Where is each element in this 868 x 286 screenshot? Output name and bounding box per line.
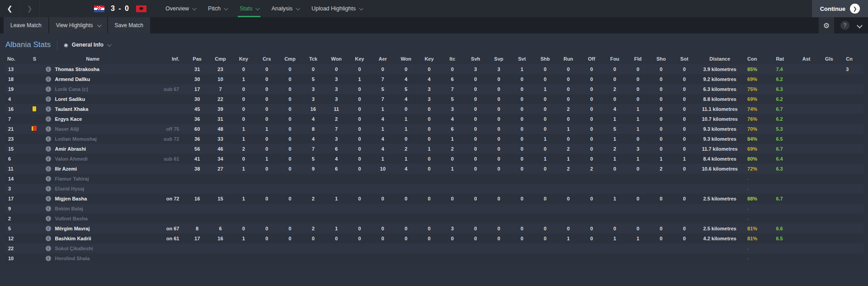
column-header-sho[interactable]: Sho — [650, 53, 673, 64]
column-header-sot[interactable]: Sot — [673, 53, 696, 64]
info-icon[interactable]: i — [46, 256, 51, 261]
view-selector[interactable]: ◉ General Info — [64, 42, 110, 48]
info-icon[interactable]: i — [46, 76, 51, 82]
view-highlights-button[interactable]: View Highlights — [49, 17, 107, 33]
player-name[interactable]: Valon Ahmedi — [55, 156, 88, 162]
player-name[interactable]: Ilir Azemi — [55, 166, 77, 172]
table-row[interactable]: 9iBekim Balaj- — [5, 204, 863, 214]
table-row[interactable]: 22iSokol Çikalleshi- — [5, 243, 863, 253]
continue-button[interactable]: Continue ❯ — [812, 0, 868, 17]
back-button[interactable]: ❮ — [0, 0, 20, 17]
column-header-fld[interactable]: Fld — [626, 53, 649, 64]
column-header-shb[interactable]: Shb — [533, 53, 557, 64]
column-header-off[interactable]: Off — [580, 53, 603, 64]
info-icon[interactable]: i — [46, 206, 51, 211]
info-icon[interactable]: i — [46, 136, 51, 142]
table-row[interactable]: 5iMërgim Mavrajon 6786000210000300000000… — [5, 224, 863, 234]
player-name[interactable]: Migjen Basha — [55, 196, 87, 201]
player-name[interactable]: Thomas Strakosha — [55, 67, 99, 72]
leave-match-button[interactable]: Leave Match — [4, 17, 48, 33]
table-row[interactable]: 13iThomas Strakosha312300000000003310000… — [5, 64, 863, 74]
info-icon[interactable]: i — [46, 106, 51, 112]
table-row[interactable]: 21iNaser Alijioff 7560481108701106000010… — [5, 124, 863, 134]
table-row[interactable]: 11iIlir Azemi382710096010401000022002010… — [5, 164, 863, 174]
column-header-key[interactable]: Key — [232, 53, 255, 64]
column-header-svh[interactable]: Svh — [464, 53, 487, 64]
info-icon[interactable]: i — [46, 246, 51, 251]
player-name[interactable]: Lorik Cana (c) — [55, 86, 88, 92]
column-header-key2[interactable]: Key — [348, 53, 371, 64]
table-row[interactable]: 7iErgys Kace36310004204104000000110010.7… — [5, 114, 863, 124]
help-icon[interactable]: ? — [840, 21, 849, 30]
column-header-itc[interactable]: Itc — [441, 53, 464, 64]
table-row[interactable]: 18iArmend Dallku301010053174460000000000… — [5, 74, 863, 84]
table-row[interactable]: 16iTaulant Xhaka453900016110100300002041… — [5, 104, 863, 114]
column-header-aer[interactable]: Aer — [371, 53, 394, 64]
player-name[interactable]: Amir Abrashi — [55, 146, 86, 152]
nav-item-upload-highlights[interactable]: Upload Highlights — [305, 0, 368, 17]
player-name[interactable]: Armend Dallku — [55, 76, 90, 82]
player-name[interactable]: Ledian Memushaj — [55, 136, 97, 142]
info-icon[interactable]: i — [46, 186, 51, 191]
player-name[interactable]: Flamur Tahiraj — [55, 176, 89, 181]
table-row[interactable]: 4iLoret Sadiku3022000330743500000000008.… — [5, 94, 863, 104]
table-row[interactable]: 12iBashkim Kadriion 61171610000000000000… — [5, 234, 863, 243]
info-icon[interactable]: i — [46, 67, 51, 72]
info-icon[interactable]: i — [46, 86, 51, 92]
table-row[interactable]: 17iMigjen Bashaon 7216151002100000000000… — [5, 194, 863, 204]
column-header-name[interactable]: Name — [44, 53, 142, 64]
info-icon[interactable]: i — [46, 226, 51, 231]
column-header-won2[interactable]: Won — [394, 53, 417, 64]
player-name[interactable]: Ergys Kace — [55, 116, 82, 122]
table-row[interactable]: 19iLorik Cana (c)sub 6717700033055370001… — [5, 84, 863, 94]
player-name[interactable]: Herolind Shala — [55, 256, 90, 261]
info-icon[interactable]: i — [46, 216, 51, 221]
player-name[interactable]: Mërgim Mavraj — [55, 226, 90, 231]
column-header-ast[interactable]: Ast — [799, 53, 821, 64]
column-header-inf[interactable]: Inf. — [142, 53, 186, 64]
info-icon[interactable]: i — [46, 196, 51, 201]
info-icon[interactable]: i — [46, 166, 51, 172]
gear-icon[interactable]: ⚙ — [819, 17, 834, 33]
table-row[interactable]: 14iFlamur Tahiraj- — [5, 174, 863, 184]
nav-item-pitch[interactable]: Pitch — [202, 0, 233, 17]
column-header-pas[interactable]: Pas — [185, 53, 208, 64]
table-row[interactable]: 3iElseid Hysaj- — [5, 184, 863, 194]
forward-button[interactable]: ❯ — [20, 0, 40, 17]
table-row[interactable]: 6iValon Ahmedisub 6141340105401100000110… — [5, 154, 863, 164]
column-header-cmp[interactable]: Cmp — [209, 53, 232, 64]
table-row[interactable]: 10iHerolind Shala- — [5, 253, 863, 263]
collapse-chevron-icon[interactable] — [857, 23, 863, 29]
player-name[interactable]: Sokol Çikalleshi — [55, 246, 93, 251]
info-icon[interactable]: i — [46, 236, 51, 241]
column-header-rat[interactable]: Rat — [772, 53, 798, 64]
column-header-cn[interactable]: Cn — [842, 53, 863, 64]
nav-item-overview[interactable]: Overview — [159, 0, 202, 17]
column-header-svt[interactable]: Svt — [510, 53, 533, 64]
info-icon[interactable]: i — [46, 116, 51, 122]
column-header-con[interactable]: Con — [744, 53, 772, 64]
info-icon[interactable]: i — [46, 156, 51, 162]
player-name[interactable]: Bashkim Kadrii — [55, 236, 91, 241]
column-header-svp[interactable]: Svp — [487, 53, 510, 64]
nav-item-stats[interactable]: Stats — [233, 0, 265, 17]
column-header-crs[interactable]: Crs — [255, 53, 278, 64]
column-header-no[interactable]: No. — [5, 53, 25, 64]
nav-item-analysis[interactable]: Analysis — [265, 0, 305, 17]
info-icon[interactable]: i — [46, 146, 51, 152]
column-header-distance[interactable]: Distance — [696, 53, 744, 64]
column-header-s[interactable]: S — [25, 53, 43, 64]
column-header-gls[interactable]: Gls — [821, 53, 842, 64]
column-header-won[interactable]: Won — [325, 53, 348, 64]
player-name[interactable]: Vullnet Basha — [55, 216, 88, 221]
player-name[interactable]: Elseid Hysaj — [55, 186, 85, 191]
table-row[interactable]: 23iLedian Memushajsub 723633100430400100… — [5, 134, 863, 144]
save-match-button[interactable]: Save Match — [108, 17, 150, 33]
column-header-cmp2[interactable]: Cmp — [278, 53, 302, 64]
player-name[interactable]: Naser Aliji — [55, 126, 79, 132]
column-header-run[interactable]: Run — [557, 53, 580, 64]
table-row[interactable]: 15iAmir Abrashi5646200760421200002023001… — [5, 144, 863, 154]
info-icon[interactable]: i — [46, 96, 51, 102]
info-icon[interactable]: i — [46, 126, 51, 132]
player-name[interactable]: Bekim Balaj — [55, 206, 83, 211]
